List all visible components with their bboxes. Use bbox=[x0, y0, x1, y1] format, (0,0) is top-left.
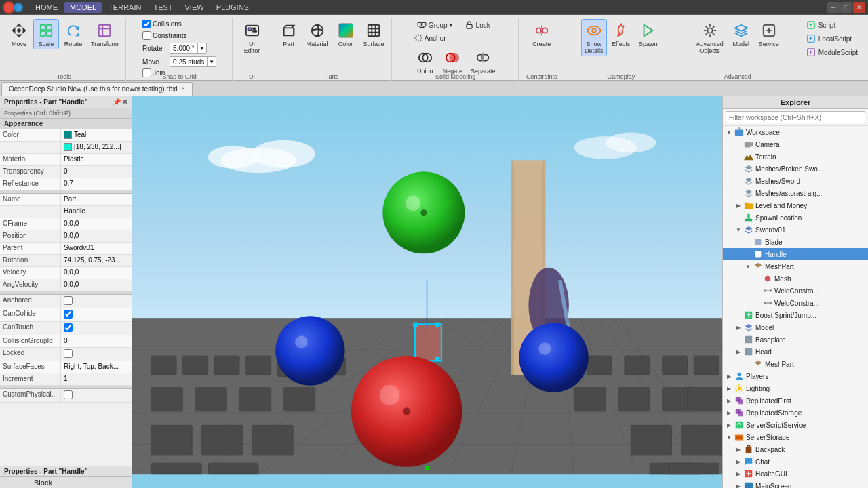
lock-button[interactable]: Lock bbox=[460, 19, 495, 31]
expand-server-storage-icon[interactable]: ▼ bbox=[724, 434, 734, 441]
tree-meshes-broken[interactable]: Meshes/Broken Swo... bbox=[723, 163, 868, 175]
expand-model-icon[interactable]: ▶ bbox=[734, 325, 743, 331]
close-button[interactable]: ✕ bbox=[853, 2, 865, 13]
menu-item-plugins[interactable]: PLUGINS bbox=[211, 2, 254, 13]
union-button[interactable]: Union bbox=[412, 46, 438, 77]
rotate-button[interactable]: Rotate bbox=[60, 19, 86, 49]
replicated-first-icon bbox=[734, 395, 745, 406]
tree-chat[interactable]: ▶ Chat bbox=[723, 455, 868, 468]
tree-model[interactable]: ▶ Model bbox=[723, 321, 868, 333]
svg-rect-9 bbox=[253, 30, 257, 32]
spawn-button[interactable]: Spawn bbox=[635, 19, 661, 49]
svg-rect-73 bbox=[574, 388, 606, 411]
panel-close-icon[interactable]: ✕ bbox=[122, 98, 127, 106]
rotate-dropdown[interactable]: 5.000 ° ▼ bbox=[170, 43, 207, 54]
expand-sss-icon[interactable]: ▶ bbox=[724, 422, 734, 428]
material-button[interactable]: Material bbox=[303, 19, 332, 49]
tree-baseplate[interactable]: Baseplate bbox=[723, 333, 868, 346]
move-dropdown[interactable]: 0.25 studs ▼ bbox=[170, 56, 216, 67]
tree-server-script-service[interactable]: ▶ ServerScriptService bbox=[723, 419, 868, 431]
minimize-button[interactable]: ─ bbox=[827, 2, 840, 13]
group-button[interactable]: Group ▼ bbox=[412, 19, 458, 31]
expand-rep-first-icon[interactable]: ▶ bbox=[724, 398, 734, 404]
tree-level-money[interactable]: ▶ Level and Money bbox=[723, 199, 868, 211]
separate-button[interactable]: Separate bbox=[467, 46, 499, 77]
baseplate-icon bbox=[743, 334, 754, 345]
menu-item-view[interactable]: VIEW bbox=[180, 2, 210, 13]
expand-rep-storage-icon[interactable]: ▶ bbox=[724, 410, 734, 416]
menu-item-model[interactable]: MODEL bbox=[64, 2, 102, 13]
tree-spawn-location[interactable]: SpawnLocation bbox=[723, 211, 868, 224]
tree-meshpart2[interactable]: MeshPart bbox=[723, 358, 868, 370]
scale-button[interactable]: Scale bbox=[33, 19, 59, 49]
tree-players[interactable]: ▶ Players bbox=[723, 370, 868, 382]
tree-blade[interactable]: Blade bbox=[723, 236, 868, 248]
expand-workspace-icon[interactable]: ▼ bbox=[724, 129, 734, 136]
expand-health-gui-icon[interactable]: ▶ bbox=[734, 471, 743, 477]
model-tool-button[interactable]: Model bbox=[728, 19, 754, 49]
tree-camera[interactable]: Camera bbox=[723, 138, 868, 150]
panel-pin-icon[interactable]: 📌 bbox=[113, 98, 121, 106]
svg-rect-7 bbox=[248, 28, 252, 30]
svg-rect-4 bbox=[47, 31, 52, 36]
svg-rect-3 bbox=[41, 31, 45, 36]
tree-server-storage[interactable]: ▼ ServerStorage bbox=[723, 431, 868, 443]
ui-editor-button[interactable]: UIEditor bbox=[239, 19, 265, 56]
move-button[interactable]: Move bbox=[6, 19, 32, 49]
properties-footer[interactable]: Properties - Part "Handle" bbox=[0, 466, 132, 476]
expand-level-icon[interactable]: ▶ bbox=[734, 203, 743, 209]
expand-players-icon[interactable]: ▶ bbox=[724, 373, 734, 380]
tree-workspace[interactable]: ▼ Workspace bbox=[723, 126, 868, 138]
viewport[interactable] bbox=[132, 96, 722, 488]
explorer-search-input[interactable] bbox=[726, 111, 865, 123]
constraints-checkbox[interactable]: Constraints bbox=[142, 31, 187, 40]
surface-button[interactable]: Surface bbox=[360, 19, 388, 49]
tree-terrain[interactable]: Terrain bbox=[723, 150, 868, 163]
expand-lighting-icon[interactable]: ▶ bbox=[724, 386, 734, 392]
svg-rect-137 bbox=[746, 447, 752, 453]
tree-swordv01[interactable]: ▼ Swordv01 bbox=[723, 224, 868, 236]
tree-health-gui[interactable]: ▶ HealthGUI bbox=[723, 468, 868, 480]
tree-lighting[interactable]: ▶ Lighting bbox=[723, 382, 868, 394]
service-button[interactable]: Service bbox=[755, 19, 783, 49]
tree-weld2[interactable]: WeldConstra... bbox=[723, 297, 868, 309]
tree-weld1[interactable]: WeldConstra... bbox=[723, 285, 868, 297]
tree-replicated-storage[interactable]: ▶ ReplicatedStorage bbox=[723, 407, 868, 419]
advanced-objects-button[interactable]: AdvancedObjects bbox=[693, 19, 727, 56]
maximize-button[interactable]: □ bbox=[840, 2, 852, 13]
collisions-checkbox[interactable]: Collisions bbox=[142, 20, 182, 28]
tree-main-screen[interactable]: ▶ MainScreen bbox=[723, 480, 868, 488]
svg-rect-115 bbox=[747, 214, 750, 219]
tree-backpack[interactable]: ▶ Backpack bbox=[723, 443, 868, 455]
local-script-button[interactable]: LocalScript bbox=[803, 33, 861, 45]
menu-item-home[interactable]: HOME bbox=[30, 2, 63, 13]
expand-meshpart-icon[interactable]: ▼ bbox=[743, 264, 753, 270]
transform-button[interactable]: Transform bbox=[87, 19, 122, 49]
tree-handle[interactable]: Handle bbox=[723, 248, 868, 260]
tree-meshes-astora[interactable]: Meshes/astorastraig... bbox=[723, 187, 868, 199]
tree-meshes-sword[interactable]: Meshes/Sword bbox=[723, 175, 868, 187]
create-constraint-button[interactable]: Create bbox=[529, 19, 555, 49]
expand-backpack-icon[interactable]: ▶ bbox=[734, 447, 743, 453]
show-details-button[interactable]: ShowDetails bbox=[581, 19, 607, 56]
script-button[interactable]: Script bbox=[803, 19, 861, 31]
expand-chat-icon[interactable]: ▶ bbox=[734, 459, 743, 465]
players-icon bbox=[734, 371, 745, 382]
menu-item-test[interactable]: TEST bbox=[148, 2, 178, 13]
part-button[interactable]: Part bbox=[276, 19, 302, 49]
effects-button[interactable]: Effects bbox=[608, 19, 634, 49]
tree-replicated-first[interactable]: ▶ ReplicatedFirst bbox=[723, 394, 868, 407]
expand-main-screen-icon[interactable]: ▶ bbox=[734, 483, 743, 489]
module-script-button[interactable]: ModuleScript bbox=[803, 46, 861, 58]
tree-meshpart[interactable]: ▼ MeshPart bbox=[723, 260, 868, 272]
tree-boost[interactable]: Boost Sprint/Jump... bbox=[723, 309, 868, 321]
tree-head[interactable]: ▶ Head bbox=[723, 346, 868, 358]
svg-marker-113 bbox=[744, 155, 753, 161]
color-button[interactable]: Color bbox=[333, 19, 359, 49]
prop-locked: Locked bbox=[0, 348, 132, 361]
expand-swordv01-icon[interactable]: ▼ bbox=[734, 227, 743, 233]
negate-button[interactable]: Negate bbox=[439, 46, 466, 77]
expand-head-icon[interactable]: ▶ bbox=[734, 349, 743, 355]
tree-mesh[interactable]: Mesh bbox=[723, 272, 868, 285]
menu-item-terrain[interactable]: TERRAIN bbox=[103, 2, 146, 13]
